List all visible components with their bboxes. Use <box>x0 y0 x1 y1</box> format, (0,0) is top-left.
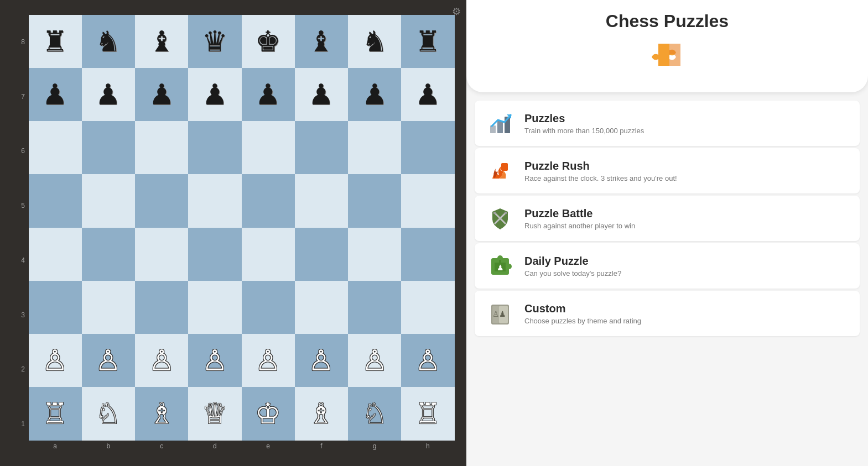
square[interactable]: ♘ <box>82 387 135 440</box>
square[interactable]: ♙ <box>29 334 82 387</box>
square[interactable] <box>348 281 401 334</box>
square[interactable] <box>348 174 401 227</box>
square[interactable] <box>348 228 401 281</box>
chess-board-container: 8 7 6 5 4 3 2 1 ♜♞♝♛♚♝♞♜♟♟♟♟♟♟♟♟♙♙♙♙♙♙♙♙… <box>18 15 455 452</box>
square[interactable]: ♜ <box>29 15 82 68</box>
square[interactable] <box>401 281 454 334</box>
file-f: f <box>295 441 348 452</box>
puzzles-desc: Train with more than 150,000 puzzles <box>524 127 644 135</box>
puzzles-title: Puzzles <box>524 112 644 125</box>
square[interactable]: ♞ <box>348 15 401 68</box>
svg-text:♟: ♟ <box>497 263 504 272</box>
file-e: e <box>242 441 295 452</box>
square[interactable]: ♟ <box>135 68 188 121</box>
svg-rect-1 <box>497 121 503 133</box>
square[interactable]: ♙ <box>348 334 401 387</box>
puzzle-rush-title: Puzzle Rush <box>524 160 677 172</box>
square[interactable]: ♟ <box>188 68 241 121</box>
square[interactable]: ♟ <box>348 68 401 121</box>
square[interactable]: ♞ <box>82 15 135 68</box>
square[interactable]: ♚ <box>242 15 295 68</box>
square[interactable] <box>135 228 188 281</box>
square[interactable] <box>29 281 82 334</box>
square[interactable] <box>295 174 348 227</box>
square[interactable]: ♔ <box>242 387 295 440</box>
file-labels: a b c d e f g h <box>29 441 455 452</box>
square[interactable] <box>82 121 135 174</box>
rank-7: 7 <box>18 69 29 124</box>
square[interactable] <box>242 121 295 174</box>
square[interactable]: ♘ <box>348 387 401 440</box>
square[interactable]: ♗ <box>295 387 348 440</box>
puzzle-battle-title: Puzzle Battle <box>524 207 635 220</box>
svg-rect-0 <box>490 125 496 133</box>
square[interactable] <box>295 121 348 174</box>
square[interactable] <box>188 174 241 227</box>
rank-4: 4 <box>18 233 29 288</box>
square[interactable] <box>188 281 241 334</box>
daily-puzzle-desc: Can you solve today's puzzle? <box>524 269 621 277</box>
file-h: h <box>401 441 454 452</box>
rank-1: 1 <box>18 397 29 452</box>
square[interactable] <box>295 281 348 334</box>
square[interactable]: ♙ <box>135 334 188 387</box>
file-g: g <box>348 441 401 452</box>
rank-labels: 8 7 6 5 4 3 2 1 <box>18 15 29 452</box>
square[interactable]: ♙ <box>82 334 135 387</box>
puzzles-icon <box>486 109 514 138</box>
square[interactable] <box>29 174 82 227</box>
svg-point-12 <box>506 264 512 269</box>
square[interactable] <box>188 121 241 174</box>
square[interactable] <box>242 281 295 334</box>
square[interactable] <box>82 281 135 334</box>
square[interactable] <box>401 121 454 174</box>
square[interactable] <box>242 174 295 227</box>
square[interactable]: ♟ <box>82 68 135 121</box>
square[interactable] <box>348 121 401 174</box>
svg-rect-5 <box>501 163 508 171</box>
puzzles-menu-item[interactable]: Puzzles Train with more than 150,000 puz… <box>475 101 860 146</box>
square[interactable] <box>295 228 348 281</box>
square[interactable] <box>188 228 241 281</box>
square[interactable]: ♟ <box>242 68 295 121</box>
puzzles-panel: Chess Puzzles <box>466 0 868 466</box>
square[interactable] <box>135 281 188 334</box>
rank-8: 8 <box>18 15 29 70</box>
menu-items: Puzzles Train with more than 150,000 puz… <box>466 98 868 466</box>
square[interactable]: ♖ <box>29 387 82 440</box>
square[interactable]: ♛ <box>188 15 241 68</box>
puzzle-rush-desc: Race against the clock. 3 strikes and yo… <box>524 174 677 182</box>
square[interactable] <box>135 121 188 174</box>
settings-icon[interactable]: ⚙ <box>452 6 461 18</box>
file-c: c <box>135 441 188 452</box>
square[interactable]: ♟ <box>401 68 454 121</box>
square[interactable]: ♗ <box>135 387 188 440</box>
square[interactable]: ♙ <box>295 334 348 387</box>
square[interactable]: ♝ <box>295 15 348 68</box>
square[interactable] <box>82 228 135 281</box>
puzzle-battle-menu-item[interactable]: Puzzle Battle Rush against another playe… <box>475 196 860 241</box>
square[interactable]: ♖ <box>401 387 454 440</box>
square[interactable] <box>242 228 295 281</box>
square[interactable] <box>135 174 188 227</box>
daily-puzzle-menu-item[interactable]: ♟ Daily Puzzle Can you solve today's puz… <box>475 243 860 289</box>
square[interactable] <box>82 174 135 227</box>
square[interactable]: ♙ <box>188 334 241 387</box>
square[interactable]: ♙ <box>242 334 295 387</box>
square[interactable] <box>401 174 454 227</box>
custom-menu-item[interactable]: ♟ ♙ Custom Choose puzzles by theme and r… <box>475 291 860 336</box>
svg-rect-9 <box>505 212 507 214</box>
square[interactable] <box>29 121 82 174</box>
daily-puzzle-title: Daily Puzzle <box>524 255 621 268</box>
square[interactable] <box>29 228 82 281</box>
square[interactable]: ♜ <box>401 15 454 68</box>
main-puzzle-icon <box>645 37 689 81</box>
square[interactable]: ♟ <box>29 68 82 121</box>
square[interactable]: ♙ <box>401 334 454 387</box>
square[interactable]: ♝ <box>135 15 188 68</box>
chess-board[interactable]: ♜♞♝♛♚♝♞♜♟♟♟♟♟♟♟♟♙♙♙♙♙♙♙♙♖♘♗♕♔♗♘♖ <box>29 15 455 441</box>
square[interactable]: ♕ <box>188 387 241 440</box>
square[interactable]: ♟ <box>295 68 348 121</box>
square[interactable] <box>401 228 454 281</box>
puzzle-rush-menu-item[interactable]: Puzzle Rush Race against the clock. 3 st… <box>475 148 860 193</box>
